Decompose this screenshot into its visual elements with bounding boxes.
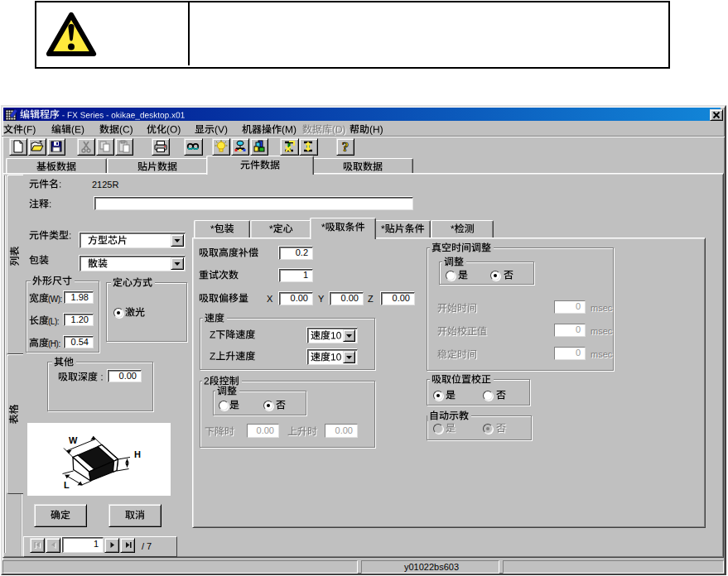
- svg-text:L: L: [64, 480, 70, 490]
- svg-text:?: ?: [342, 139, 350, 155]
- svg-text:H: H: [134, 449, 141, 459]
- svg-text:W: W: [69, 435, 78, 445]
